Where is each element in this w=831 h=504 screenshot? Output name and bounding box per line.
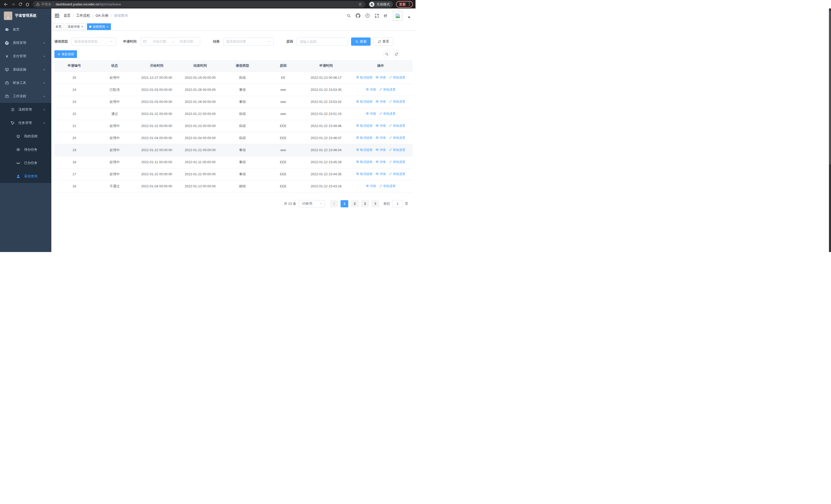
sidebar-item-home[interactable]: 首页	[0, 23, 51, 36]
app-title: 芋道管理系统	[15, 13, 36, 18]
action-cancel-link[interactable]: 取消请假	[356, 172, 372, 176]
table-cell: 通过	[94, 108, 135, 120]
github-icon[interactable]	[356, 13, 360, 18]
action-detail-link[interactable]: 详情	[375, 136, 386, 140]
action-progress-link[interactable]: 审批进度	[389, 99, 405, 104]
sidebar-item-infra[interactable]: 基础设施	[0, 63, 51, 76]
create-leave-button[interactable]: 发起请假	[54, 50, 77, 58]
tab-流程详情[interactable]: 流程详情×	[65, 23, 86, 30]
robot-icon	[16, 134, 20, 138]
sidebar-item-devtools[interactable]: 研发工具	[0, 76, 51, 90]
sidebar-item-payment[interactable]: ¥支付管理	[0, 50, 51, 63]
leave-type-select[interactable]: 请选择请假类型	[71, 37, 116, 46]
browser-update-button[interactable]: 更新	[396, 1, 413, 8]
refresh-table-button[interactable]	[393, 51, 400, 58]
sidebar-collapse-icon[interactable]	[54, 13, 60, 18]
action-progress-link[interactable]: 审批进度	[389, 172, 405, 176]
sidebar-item-label: 任务管理	[19, 121, 32, 125]
sidebar-item-done-task[interactable]: 已办任务	[0, 156, 51, 170]
table-row: 16不通过2022-01-04 00:00:002022-01-13 00:00…	[54, 180, 413, 192]
chevron-down-icon	[43, 68, 46, 71]
search-button[interactable]: 搜索	[351, 37, 371, 46]
sidebar-item-process-mgmt[interactable]: 流程管理	[0, 103, 51, 116]
action-progress-link[interactable]: 审批进度	[389, 148, 405, 152]
app-logo-row[interactable]: 🐰 芋道管理系统	[0, 8, 51, 23]
help-icon[interactable]: ?	[365, 13, 370, 18]
browser-reload-icon[interactable]	[17, 1, 24, 8]
sidebar-item-leave-query[interactable]: 请假查询	[0, 170, 51, 183]
search-icon[interactable]	[347, 13, 351, 18]
sidebar-item-task-mgmt[interactable]: 任务管理	[0, 116, 51, 129]
table-cell: 处理中	[94, 144, 135, 156]
action-cancel-link[interactable]: 取消请假	[356, 136, 372, 140]
browser-forward-icon[interactable]	[10, 1, 17, 8]
action-progress-link[interactable]: 审批进度	[379, 112, 396, 116]
breadcrumb-item[interactable]: 工作流程	[76, 13, 90, 18]
action-detail-link[interactable]: 详情	[375, 172, 386, 176]
table-cell: 2022-01-22 23:53:32	[304, 96, 348, 108]
sidebar: 🐰 芋道管理系统 首页系统管理¥支付管理基础设施研发工具工作流程流程管理任务管理…	[0, 8, 51, 252]
page-button-2[interactable]: 2	[351, 200, 359, 207]
page-button-3[interactable]: 3	[361, 200, 369, 207]
result-select[interactable]: 请选择流结果	[223, 37, 274, 46]
action-detail-link[interactable]: 详情	[366, 112, 376, 116]
sidebar-item-system[interactable]: 系统管理	[0, 36, 51, 50]
page-button-1[interactable]: 1	[341, 200, 348, 207]
toggle-search-button[interactable]	[383, 51, 390, 58]
action-detail-link[interactable]: 详情	[366, 88, 376, 92]
action-detail-link[interactable]: 详情	[375, 160, 386, 164]
tab-请假查询[interactable]: 请假查询×	[87, 23, 111, 30]
action-progress-link[interactable]: 审批进度	[389, 136, 405, 140]
action-cancel-link[interactable]: 取消请假	[356, 76, 372, 80]
table-cell: 2022-01-03 00:00:00	[135, 84, 178, 96]
sidebar-item-workflow[interactable]: 工作流程	[0, 90, 51, 103]
sidebar-item-todo-task[interactable]: 待办任务	[0, 143, 51, 156]
action-detail-link[interactable]: 详情	[375, 124, 386, 128]
goto-page-input[interactable]	[392, 200, 403, 207]
action-progress-link[interactable]: 审批进度	[389, 124, 405, 128]
chevron-down-icon	[43, 55, 46, 58]
breadcrumb-item[interactable]: 首页	[64, 13, 70, 18]
action-detail-link[interactable]: 详情	[375, 148, 386, 152]
fontsize-icon[interactable]: tT	[384, 13, 387, 18]
action-cancel-link[interactable]: 取消请假	[356, 148, 372, 152]
table-cell: 16	[54, 180, 94, 192]
action-progress-link[interactable]: 审批进度	[389, 76, 405, 80]
bookmark-star-icon[interactable]	[358, 2, 362, 6]
reset-button[interactable]: 重置	[374, 37, 393, 46]
reason-input[interactable]	[297, 37, 348, 46]
sidebar-item-label: 支付管理	[13, 54, 26, 59]
action-progress-link[interactable]: 审批进度	[379, 184, 396, 188]
chevron-up-icon	[43, 95, 46, 98]
chevron-down-icon[interactable]	[408, 17, 410, 18]
trash-icon	[356, 76, 359, 80]
browser-back-icon[interactable]	[3, 1, 9, 8]
close-icon[interactable]: ×	[106, 25, 109, 28]
fullscreen-icon[interactable]	[375, 13, 379, 18]
next-page-button[interactable]	[371, 200, 379, 207]
browser-home-icon[interactable]	[24, 1, 31, 8]
address-bar[interactable]: 不安全 dashboard.yudao.iocoder.cn/bpm/oa/le…	[33, 1, 366, 8]
action-detail-link[interactable]: 详情	[366, 184, 376, 188]
tab-首页[interactable]: 首页	[53, 23, 64, 30]
breadcrumb-item[interactable]: OA 示例	[96, 13, 109, 18]
apply-time-range-picker[interactable]: 开始日期 - 结束日期	[140, 37, 200, 46]
security-status[interactable]: 不安全	[36, 2, 51, 7]
table-cell: 2022-01-23 00:06:17	[304, 71, 348, 84]
action-progress-link[interactable]: 审批进度	[389, 160, 405, 164]
page-content: 请假类型 请选择请假类型 申请时间 开始日期	[51, 31, 416, 252]
action-cancel-link[interactable]: 取消请假	[356, 124, 372, 128]
action-cancel-link[interactable]: 取消请假	[356, 160, 372, 164]
active-tab-dot	[89, 26, 91, 28]
action-cancel-link[interactable]: 取消请假	[356, 99, 372, 104]
avatar[interactable]	[393, 11, 402, 21]
action-progress-link[interactable]: 审批进度	[379, 88, 396, 92]
kebab-menu-icon[interactable]	[409, 2, 410, 7]
sidebar-item-my-process[interactable]: 我的流程	[0, 129, 51, 143]
action-detail-link[interactable]: 详情	[375, 99, 386, 104]
action-detail-link[interactable]: 详情	[375, 76, 386, 80]
close-icon[interactable]: ×	[81, 25, 83, 28]
page-size-select[interactable]: 10条/页	[299, 200, 325, 207]
prev-page-button[interactable]	[330, 200, 338, 207]
table-cell: 22	[54, 108, 94, 120]
